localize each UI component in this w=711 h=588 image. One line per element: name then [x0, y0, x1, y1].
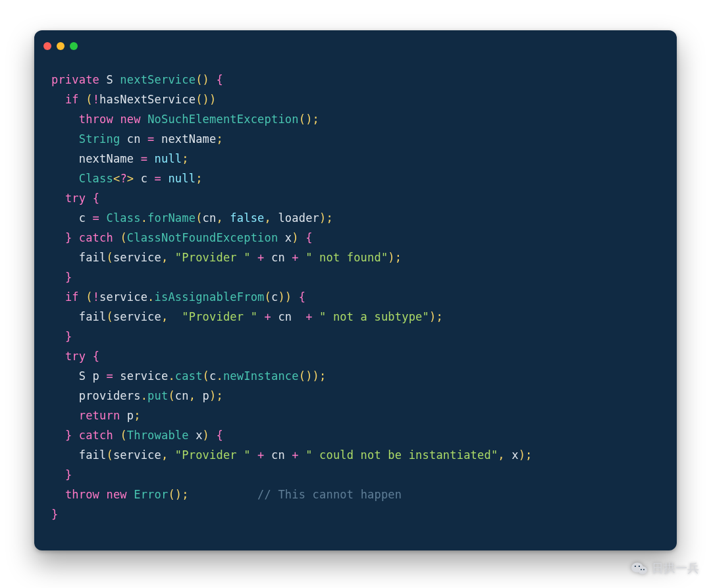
- code-token: (: [106, 310, 113, 323]
- code-token: null: [168, 172, 196, 185]
- code-token: catch: [79, 231, 113, 244]
- code-token: [51, 132, 79, 146]
- code-token: (: [120, 429, 126, 442]
- code-token: (: [86, 290, 92, 304]
- code-token: [72, 231, 78, 244]
- code-token: (: [106, 251, 113, 264]
- code-token: +: [257, 448, 264, 462]
- code-token: (: [86, 93, 92, 106]
- code-token: put: [147, 389, 168, 402]
- watermark-text: 日拱一兵: [652, 560, 699, 576]
- close-icon[interactable]: [43, 42, 51, 50]
- code-token: S p: [51, 369, 106, 383]
- code-token: [299, 448, 305, 462]
- code-line: c = Class.forName(cn, false, loader);: [51, 208, 660, 228]
- code-token: }: [65, 468, 72, 481]
- code-token: .: [216, 369, 223, 383]
- code-token: }: [65, 429, 72, 442]
- code-token: ?: [120, 172, 126, 185]
- code-token: ;: [134, 409, 140, 422]
- code-token: {: [216, 73, 223, 86]
- minimize-icon[interactable]: [57, 42, 65, 50]
- code-line: providers.put(cn, p);: [51, 386, 660, 406]
- code-token: [51, 330, 65, 343]
- code-token: [51, 93, 65, 106]
- code-token: [51, 290, 65, 304]
- code-token: (): [196, 73, 209, 86]
- code-token: Error: [134, 488, 168, 501]
- code-token: String: [79, 132, 120, 146]
- code-token: loader: [271, 211, 319, 225]
- code-token: [99, 488, 106, 501]
- code-token: +: [265, 310, 271, 323]
- code-token: [51, 429, 65, 442]
- code-token: cn: [265, 448, 292, 462]
- code-token: >: [127, 172, 134, 185]
- code-token: );: [209, 389, 223, 402]
- code-token: [168, 448, 174, 462]
- window-titlebar: [34, 30, 677, 58]
- code-token: ,: [161, 448, 168, 462]
- code-token: S: [99, 73, 120, 86]
- code-token: );: [429, 310, 443, 323]
- code-token: ,: [216, 211, 223, 225]
- code-token: .: [141, 389, 147, 402]
- code-token: [51, 113, 79, 126]
- code-token: null: [155, 152, 182, 165]
- code-token: {: [305, 231, 312, 244]
- code-area[interactable]: private S nextService() { if (!hasNextSe…: [34, 58, 677, 537]
- code-token: newInstance: [223, 369, 299, 383]
- code-token: {: [93, 350, 99, 363]
- code-token: );: [319, 211, 333, 225]
- code-line: fail(service, "Provider " + cn + " not a…: [51, 307, 660, 327]
- code-line: try {: [51, 346, 660, 366]
- maximize-icon[interactable]: [70, 42, 78, 50]
- code-token: service: [113, 251, 161, 264]
- code-token: throw: [79, 113, 113, 126]
- code-token: c: [51, 211, 93, 225]
- code-token: [51, 488, 65, 501]
- code-token: [99, 211, 106, 225]
- code-window: private S nextService() { if (!hasNextSe…: [34, 30, 677, 550]
- code-token: ,: [498, 448, 504, 462]
- svg-point-4: [641, 569, 642, 570]
- code-token: fail: [51, 310, 106, 323]
- code-token: [51, 350, 65, 363]
- code-token: {: [299, 290, 305, 304]
- code-line: fail(service, "Provider " + cn + " could…: [51, 445, 660, 465]
- code-token: [168, 251, 174, 264]
- code-token: +: [292, 251, 298, 264]
- code-token: [51, 409, 79, 422]
- code-token: [299, 231, 305, 244]
- code-token: }: [65, 231, 72, 244]
- code-token: cast: [175, 369, 203, 383]
- code-token: [257, 310, 264, 323]
- code-token: (: [203, 369, 209, 383]
- code-token: (: [168, 389, 174, 402]
- code-token: [313, 310, 319, 323]
- code-token: " not found": [305, 251, 388, 264]
- code-token: new: [120, 113, 140, 126]
- code-token: providers: [51, 389, 141, 402]
- code-token: [113, 113, 120, 126]
- code-token: [72, 429, 78, 442]
- code-token: Class: [106, 211, 140, 225]
- code-token: )): [278, 290, 292, 304]
- code-token: !: [93, 93, 99, 106]
- code-line: }: [51, 267, 660, 287]
- code-token: (: [196, 211, 202, 225]
- code-token: isAssignableFrom: [155, 290, 265, 304]
- code-token: Class: [79, 172, 113, 185]
- code-token: [209, 429, 216, 442]
- code-token: [168, 310, 182, 323]
- code-token: }: [65, 330, 72, 343]
- code-token: p: [120, 409, 134, 422]
- code-line: }: [51, 465, 660, 485]
- code-token: [292, 290, 298, 304]
- code-token: [113, 231, 120, 244]
- code-token: =: [106, 369, 113, 383]
- code-line: } catch (ClassNotFoundException x) {: [51, 228, 660, 248]
- code-token: ;: [216, 132, 223, 146]
- code-token: p: [196, 389, 209, 402]
- code-token: cn: [175, 389, 189, 402]
